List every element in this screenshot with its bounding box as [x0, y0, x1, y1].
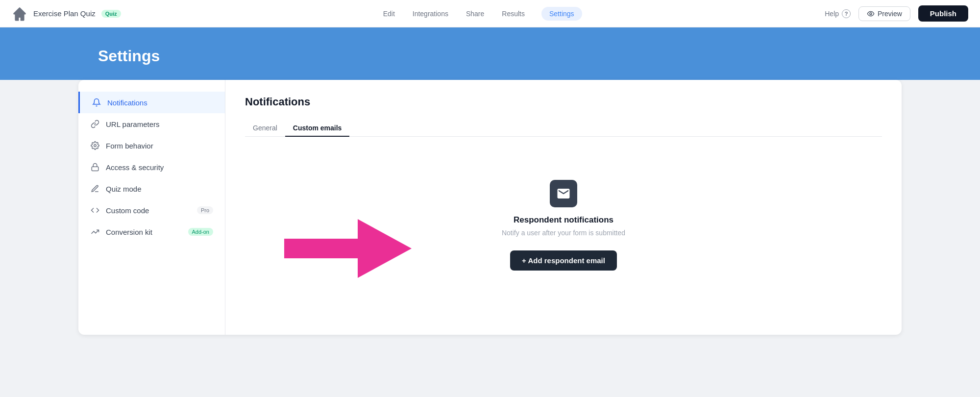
lock-icon [90, 162, 100, 172]
settings-sidebar: Notifications URL parameters [78, 80, 225, 335]
quiz-badge: Quiz [101, 10, 121, 18]
settings-card: Notifications URL parameters [78, 80, 902, 335]
preview-button[interactable]: Preview [858, 6, 910, 21]
addon-badge: Add-on [188, 228, 213, 236]
sidebar-label-access-security: Access & security [106, 163, 213, 172]
email-icon [556, 186, 571, 201]
nav-left: Exercise Plan Quiz Quiz [12, 6, 139, 22]
sidebar-item-url-parameters[interactable]: URL parameters [78, 113, 225, 135]
sidebar-label-conversion-kit: Conversion kit [106, 228, 182, 236]
quiz-icon [90, 184, 100, 194]
email-icon-wrap [550, 180, 577, 207]
tab-general[interactable]: General [245, 120, 285, 137]
sidebar-label-custom-code: Custom code [106, 206, 191, 215]
sidebar-label-url-parameters: URL parameters [106, 120, 213, 128]
svg-point-0 [870, 13, 872, 15]
help-button[interactable]: Help ? [825, 9, 851, 18]
publish-button[interactable]: Publish [918, 5, 968, 22]
nav-share[interactable]: Share [465, 8, 485, 20]
svg-point-1 [94, 145, 97, 147]
sidebar-item-custom-code[interactable]: Custom code Pro [78, 199, 225, 221]
svg-rect-2 [92, 167, 98, 171]
form-title: Exercise Plan Quiz [33, 9, 96, 18]
preview-label: Preview [878, 10, 902, 18]
sidebar-item-access-security[interactable]: Access & security [78, 156, 225, 178]
sidebar-item-form-behavior[interactable]: Form behavior [78, 135, 225, 156]
nav-right: Help ? Preview Publish [825, 5, 968, 22]
nav-center: Edit Integrations Share Results Settings [139, 7, 825, 21]
sidebar-label-quiz-mode: Quiz mode [106, 185, 213, 193]
sidebar-item-notifications[interactable]: Notifications [78, 92, 225, 113]
main-content: Notifications URL parameters [0, 80, 980, 364]
chart-icon [90, 227, 100, 237]
top-navigation: Exercise Plan Quiz Quiz Edit Integration… [0, 0, 980, 27]
home-icon[interactable] [12, 6, 27, 22]
svg-marker-4 [284, 219, 412, 278]
help-circle-icon: ? [842, 9, 851, 18]
respondent-desc: Notify a user after your form is submitt… [502, 229, 625, 237]
nav-integrations[interactable]: Integrations [412, 8, 449, 20]
nav-settings[interactable]: Settings [541, 7, 582, 21]
bell-icon [92, 98, 101, 107]
nav-edit[interactable]: Edit [382, 8, 396, 20]
content-area: Respondent notifications Notify a user a… [245, 160, 882, 290]
help-label: Help [825, 10, 839, 18]
respondent-title: Respondent notifications [514, 215, 613, 225]
settings-title: Settings [98, 47, 980, 65]
sidebar-label-form-behavior: Form behavior [106, 142, 213, 150]
tab-custom-emails[interactable]: Custom emails [285, 120, 350, 137]
sidebar-item-quiz-mode[interactable]: Quiz mode [78, 178, 225, 199]
code-icon [90, 205, 100, 215]
link-icon [90, 119, 100, 129]
panel-title: Notifications [245, 96, 882, 108]
sidebar-item-conversion-kit[interactable]: Conversion kit Add-on [78, 221, 225, 243]
pro-badge: Pro [197, 206, 213, 214]
arrow-indicator [284, 209, 412, 288]
add-respondent-email-button[interactable]: + Add respondent email [510, 250, 617, 271]
nav-results[interactable]: Results [501, 8, 526, 20]
settings-panel: Notifications General Custom emails [225, 80, 902, 335]
eye-icon [867, 10, 875, 18]
gear-icon [90, 141, 100, 150]
tabs-row: General Custom emails [245, 120, 882, 137]
sidebar-label-notifications: Notifications [107, 99, 213, 107]
